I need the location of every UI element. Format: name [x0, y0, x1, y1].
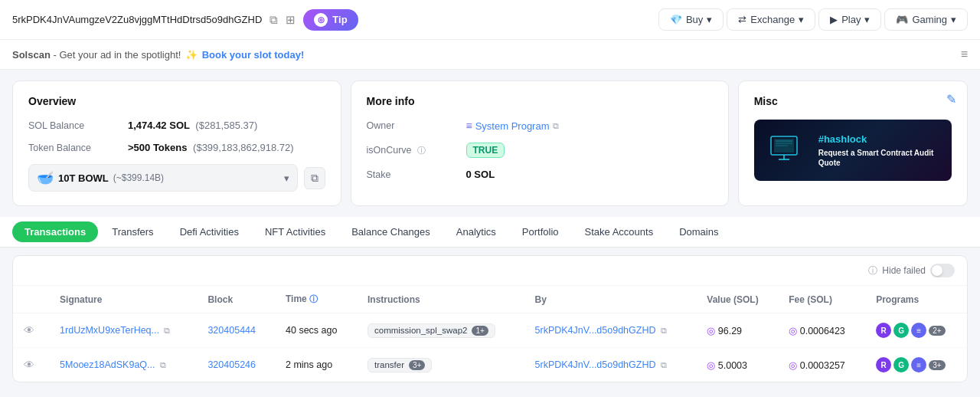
row-value-0: ◎ 96.29	[696, 313, 778, 348]
visibility-icon[interactable]: 👁	[24, 359, 34, 371]
row-instructions-1: transfer3+	[357, 348, 524, 382]
hide-failed-toggle[interactable]	[930, 264, 955, 277]
tab-defi-activities[interactable]: Defi Activities	[168, 218, 251, 245]
tab-stake-accounts[interactable]: Stake Accounts	[573, 218, 666, 245]
sol-icon: ◎	[707, 359, 715, 371]
program-icons: R G ≡ 3+	[876, 357, 956, 372]
block-link[interactable]: 320405246	[207, 359, 256, 370]
time-info-icon[interactable]: ⓘ	[309, 294, 318, 303]
cards-row: Overview SOL Balance 1,474.42 SOL ($281,…	[0, 70, 980, 217]
by-copy-icon[interactable]: ⧉	[661, 360, 667, 369]
owner-label: Owner	[367, 120, 466, 131]
token-balance-row: Token Balance >500 Tokens ($399,183,862,…	[28, 142, 325, 153]
stake-row: Stake 0 SOL	[367, 169, 713, 180]
instruction-count: 3+	[409, 360, 425, 370]
copy-address-button[interactable]: ⧉	[268, 11, 279, 28]
hide-failed-info-icon: ⓘ	[868, 264, 877, 277]
sol-fee-icon: ◎	[789, 325, 797, 336]
signature-link[interactable]: 1rdUzMxU9xeTerHeq...	[60, 325, 159, 336]
token-copy-button[interactable]: ⧉	[304, 167, 325, 189]
misc-edit-button[interactable]: ✎	[946, 92, 956, 107]
col-header-fee--sol-: Fee (SOL)	[778, 286, 865, 313]
sol-balance-label: SOL Balance	[28, 120, 128, 131]
sig-copy-icon[interactable]: ⧉	[164, 326, 170, 335]
gaming-label: Gaming	[912, 14, 947, 25]
col-header-by: By	[524, 286, 697, 313]
by-link[interactable]: 5rkPDK4JnV...d5o9dhGZHD	[535, 325, 656, 336]
instruction-tag: transfer3+	[368, 358, 432, 372]
row-time-1: 2 mins ago	[275, 348, 357, 382]
owner-link[interactable]: ≡ System Program ⧉	[466, 120, 559, 132]
table-toolbar: ⓘ Hide failed	[13, 256, 967, 286]
tab-transactions[interactable]: Transactions	[12, 221, 98, 242]
token-chevron-icon: ▾	[284, 172, 289, 184]
owner-value: System Program	[475, 120, 550, 132]
play-label: Play	[841, 14, 861, 25]
exchange-button[interactable]: ⇄ Exchange ▾	[727, 8, 815, 31]
owner-copy-icon[interactable]: ⧉	[553, 121, 559, 131]
tip-button[interactable]: ◎ Tip	[303, 9, 358, 31]
row-instructions-0: commission_spl_swap21+	[357, 313, 524, 348]
by-link[interactable]: 5rkPDK4JnV...d5o9dhGZHD	[535, 359, 656, 370]
ad-emoji: ✨	[185, 49, 198, 61]
token-balance-usd: ($399,183,862,918.72)	[193, 142, 294, 153]
play-button[interactable]: ▶ Play ▾	[818, 8, 881, 31]
tab-balance-changes[interactable]: Balance Changes	[339, 218, 443, 245]
token-value: (~$399.14B)	[113, 172, 164, 183]
stake-value: 0 SOL	[466, 169, 495, 180]
prog-icon-r: R	[876, 323, 891, 338]
tab-analytics[interactable]: Analytics	[444, 218, 508, 245]
wallet-address-bar: 5rkPDK4JnVAumgzeV2Zu8vjggMTtHdDtrsd5o9dh…	[12, 9, 658, 31]
table-header-row: SignatureBlockTime ⓘInstructionsByValue …	[13, 286, 967, 313]
gaming-button[interactable]: 🎮 Gaming ▾	[884, 8, 968, 31]
play-chevron-icon: ▾	[864, 14, 870, 25]
instruction-count: 1+	[472, 326, 488, 336]
token-dropdown[interactable]: 🥣 10T BOWL (~$399.14B) ▾	[28, 164, 298, 192]
col-header-instructions: Instructions	[357, 286, 524, 313]
tip-label: Tip	[332, 14, 347, 25]
sol-fee-icon: ◎	[789, 359, 797, 371]
ad-cta-link[interactable]: Book your slot today!	[202, 49, 305, 61]
menu-list-icon[interactable]: ≡	[961, 48, 968, 61]
moreinfo-title: More info	[367, 95, 713, 107]
qr-code-button[interactable]: ⊞	[284, 11, 297, 28]
prog-icon-g: G	[893, 323, 909, 338]
misc-banner[interactable]: #hashlock Request a Smart Contract Audit…	[754, 120, 952, 181]
sig-copy-icon[interactable]: ⧉	[160, 360, 166, 369]
token-balance-amount: >500 Tokens	[128, 142, 187, 153]
is-on-curve-row: isOnCurve ⓘ TRUE	[367, 143, 713, 158]
sol-balance-usd: ($281,585.37)	[195, 120, 257, 131]
prog-icon-g: G	[893, 357, 909, 372]
ad-bar: Solscan - Get your ad in the spotlight! …	[0, 40, 980, 70]
row-programs-1: R G ≡ 3+	[865, 348, 967, 382]
nav-actions: 💎 Buy ▾ ⇄ Exchange ▾ ▶ Play ▾ 🎮 Gaming ▾	[658, 8, 968, 31]
row-by-0: 5rkPDK4JnV...d5o9dhGZHD ⧉	[524, 313, 697, 348]
prog-icon-r: R	[876, 357, 891, 372]
col-header-programs: Programs	[865, 286, 967, 313]
play-icon: ▶	[830, 14, 838, 25]
prog-count: 2+	[929, 326, 945, 336]
col-header-block: Block	[197, 286, 275, 313]
owner-row: Owner ≡ System Program ⧉	[367, 120, 713, 132]
is-on-curve-info-icon[interactable]: ⓘ	[417, 146, 426, 155]
row-sig-1: 5Mooez18AdSK9aQ... ⧉	[49, 348, 197, 382]
tab-domains[interactable]: Domains	[667, 218, 730, 245]
signature-link[interactable]: 5Mooez18AdSK9aQ...	[60, 359, 155, 370]
block-link[interactable]: 320405444	[207, 325, 256, 336]
is-on-curve-label: isOnCurve ⓘ	[367, 145, 466, 156]
hide-failed-control: ⓘ Hide failed	[868, 264, 955, 277]
banner-title: Request a Smart Contract Audit Quote	[818, 148, 941, 168]
by-copy-icon[interactable]: ⧉	[661, 326, 667, 335]
tab-transfers[interactable]: Transfers	[100, 218, 165, 245]
wallet-address: 5rkPDK4JnVAumgzeV2Zu8vjggMTtHdDtrsd5o9dh…	[12, 14, 262, 25]
program-icons: R G ≡ 2+	[876, 323, 956, 338]
ad-text: Solscan - Get your ad in the spotlight! …	[12, 49, 304, 61]
stake-label: Stake	[367, 169, 466, 180]
tip-icon: ◎	[314, 13, 328, 27]
buy-button[interactable]: 💎 Buy ▾	[658, 8, 724, 31]
tab-portfolio[interactable]: Portfolio	[510, 218, 571, 245]
row-by-1: 5rkPDK4JnV...d5o9dhGZHD ⧉	[524, 348, 697, 382]
row-eye-0: 👁	[13, 313, 49, 348]
tab-nft-activities[interactable]: NFT Activities	[253, 218, 338, 245]
visibility-icon[interactable]: 👁	[24, 324, 34, 336]
